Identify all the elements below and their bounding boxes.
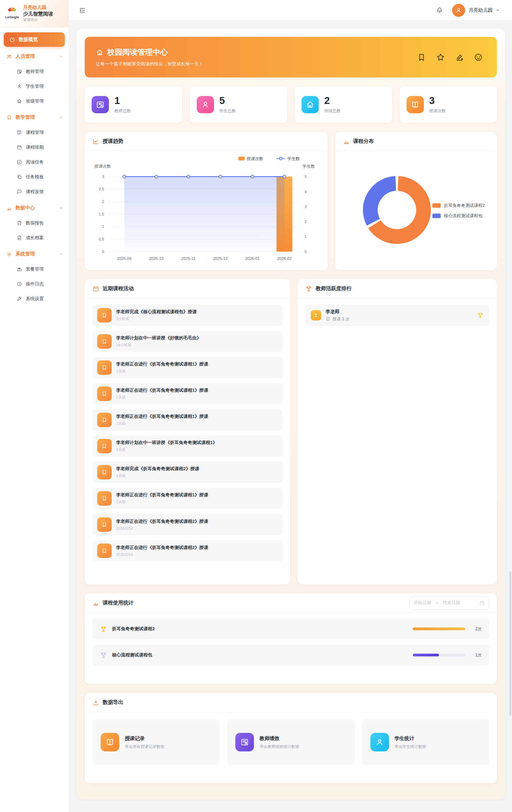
arrow-right-icon: [434, 601, 439, 605]
sidebar-item-overview[interactable]: 数据概览: [4, 32, 65, 47]
sidebar-item-课程管理[interactable]: 课程管理: [0, 125, 69, 140]
export-tile-title: 学生统计: [395, 735, 426, 742]
stat-card-教师总数: 1 教师总数: [85, 86, 182, 123]
svg-text:2026-01: 2026-01: [245, 256, 259, 261]
activity-time: 1天前: [116, 395, 208, 400]
sidebar-item-学生管理[interactable]: 学生管理: [0, 79, 69, 94]
book-icon: [101, 733, 119, 751]
export-title: 数据导出: [103, 699, 123, 706]
rank-title: 教师活跃度排行: [316, 285, 352, 292]
rank-row[interactable]: 1 李老师 授课 3 次: [305, 305, 489, 326]
pie-legend-item[interactable]: 折耳兔奇奇测试课程2: [432, 202, 485, 208]
brand-text: 月亮幼儿园 少儿智慧阅读 管理后台: [23, 5, 53, 22]
usage-row: 核心流程测试课程包 1次: [92, 644, 489, 666]
sidebar-item-label: 任务模板: [26, 174, 44, 180]
hero-banner: 校园阅读管理中心 让每一个孩子都能享受阅读的快乐，智慧成长每一天！: [85, 37, 497, 77]
progress-fill: [413, 628, 465, 630]
book-icon: [407, 96, 424, 113]
activity-row[interactable]: 李老师完成《折耳兔奇奇测试课程2》授课 1天前: [92, 462, 283, 483]
activity-title: 李老师正在进行《折耳兔奇奇测试课程1》授课: [116, 361, 208, 367]
activity-row[interactable]: 李老师正在进行《折耳兔奇奇测试课程2》授课 2026/2/14: [92, 540, 283, 561]
scrollbar-thumb[interactable]: [509, 571, 511, 716]
export-tile-授课记录[interactable]: 授课记录 导出所有授课记录数据: [92, 719, 219, 765]
svg-text:2025-10: 2025-10: [149, 256, 163, 261]
legend-swatch: [432, 213, 441, 218]
date-range-picker[interactable]: 开始日期 结束日期: [409, 597, 489, 610]
activity-row[interactable]: 李老师正在进行《折耳兔奇奇测试课程1》授课 1天前: [92, 383, 283, 404]
chevron-up-icon: [59, 54, 63, 59]
svg-text:5: 5: [305, 175, 307, 179]
export-tile-教师绩效[interactable]: 教师绩效 导出教师绩效统计数据: [227, 719, 354, 765]
stat-card-授课次数: 3 授课次数: [400, 86, 497, 123]
activity-row[interactable]: 李老师正在进行《折耳兔奇奇测试课程2》授课 2026/2/14: [92, 514, 283, 535]
chevron-up-icon: [59, 115, 63, 120]
sidebar-item-阅读任务[interactable]: 阅读任务: [0, 155, 69, 169]
course-name: 核心流程测试课程包: [112, 652, 152, 658]
sidebar-group-2[interactable]: 数据中心: [0, 200, 69, 215]
sidebar-item-套餐管理[interactable]: 套餐管理: [0, 262, 69, 276]
sidebar-item-课程反馈[interactable]: 课程反馈: [0, 184, 69, 199]
activities-title: 近期课程活动: [103, 285, 134, 292]
sidebar-group-label: 人员管理: [16, 53, 35, 60]
sidebar-group-1[interactable]: 教学管理: [0, 110, 69, 125]
chevron-up-icon: [59, 206, 63, 210]
sidebar-item-label: 系统设置: [26, 296, 44, 302]
calendar-icon: [92, 285, 99, 292]
sidebar: LeSingle 月亮幼儿园 少儿智慧阅读 管理后台 数据概览人员管理教师管理学…: [0, 0, 69, 812]
svg-text:2.5: 2.5: [99, 187, 104, 191]
sidebar-item-班级管理[interactable]: 班级管理: [0, 94, 69, 108]
export-tile-学生统计[interactable]: 学生统计 导出学生统计数据: [362, 719, 489, 765]
stat-value: 5: [219, 95, 236, 106]
calendar-icon: [479, 600, 485, 606]
star-icon[interactable]: [436, 53, 445, 62]
dashboard-page: LeSingle 月亮幼儿园 少儿智慧阅读 管理后台 数据概览人员管理教师管理学…: [0, 0, 512, 812]
bookmark-icon: [97, 413, 112, 427]
export-tile-desc: 导出教师绩效统计数据: [259, 744, 299, 749]
banner-actions: [417, 53, 483, 62]
sidebar-item-成长档案[interactable]: 成长档案: [0, 230, 69, 245]
trend-title: 授课趋势: [103, 138, 123, 145]
sidebar-item-数据报告[interactable]: 数据报告: [0, 215, 69, 230]
activity-row[interactable]: 李老师完成《核心流程测试课程包》授课 3小时前: [92, 305, 283, 326]
activity-row[interactable]: 李老师正在进行《折耳兔奇奇测试课程1》授课 1天前: [92, 409, 283, 431]
bookmark-icon: [97, 465, 112, 479]
sidebar-group-0[interactable]: 人员管理: [0, 49, 69, 64]
lesingle-logo-icon: LeSingle: [4, 5, 20, 22]
activity-row[interactable]: 李老师正在进行《折耳兔奇奇测试课程1》授课 1天前: [92, 357, 283, 378]
bookmark-icon[interactable]: [417, 53, 426, 62]
bell-icon[interactable]: [436, 7, 443, 14]
trophy-icon: [305, 285, 312, 292]
stat-label: 教师总数: [114, 108, 131, 114]
export-tile-title: 教师绩效: [259, 735, 299, 742]
activity-title: 李老师计划在中一班讲授《好饿的毛毛虫》: [116, 335, 201, 341]
activity-row[interactable]: 李老师正在进行《折耳兔奇奇测试课程1》授课 2天前: [92, 488, 283, 509]
pie-legend: 折耳兔奇奇测试课程2 核心流程测试课程包: [432, 202, 485, 219]
pie-legend-item[interactable]: 核心流程测试课程包: [432, 213, 485, 219]
activity-row[interactable]: 李老师计划在中一班讲授《折耳兔奇奇测试课程1》 1天前: [92, 435, 283, 457]
paint-icon[interactable]: [455, 53, 464, 62]
sidebar-item-任务模板[interactable]: 任务模板: [0, 169, 69, 184]
stat-card-学生总数: 5 学生总数: [190, 86, 287, 123]
activity-row[interactable]: 李老师计划在中一班讲授《好饿的毛毛虫》 18小时前: [92, 331, 283, 352]
sidebar-item-课程排期[interactable]: 课程排期: [0, 140, 69, 155]
sidebar-item-教师管理[interactable]: 教师管理: [0, 64, 69, 79]
sidebar-item-系统设置[interactable]: 系统设置: [0, 291, 69, 306]
user-menu[interactable]: 月亮幼儿园: [452, 4, 500, 17]
svg-text:2026-02: 2026-02: [277, 256, 291, 261]
brand-org: 月亮幼儿园: [23, 5, 53, 11]
idcard-icon: [92, 96, 109, 113]
svg-text:0: 0: [305, 250, 307, 254]
sidebar-group-3[interactable]: 系统管理: [0, 246, 69, 262]
svg-text:2025-12: 2025-12: [213, 256, 227, 261]
activity-title: 李老师正在进行《折耳兔奇奇测试课程2》授课: [116, 545, 208, 551]
activity-time: 1天前: [116, 447, 217, 452]
trend-chart: 00.511.522.53012345授课次数学生数2025-092025-10…: [85, 151, 328, 269]
donut-chart: [360, 173, 434, 248]
trophy-gold-icon: [100, 625, 107, 633]
sidebar-item-操作日志[interactable]: 操作日志: [0, 276, 69, 291]
smile-icon[interactable]: [474, 53, 483, 62]
activity-title: 李老师正在进行《折耳兔奇奇测试课程2》授课: [116, 519, 208, 525]
teacher-meta: 授课 3 次: [332, 316, 349, 322]
user-icon: [197, 96, 214, 113]
collapse-menu-icon[interactable]: [79, 7, 86, 14]
